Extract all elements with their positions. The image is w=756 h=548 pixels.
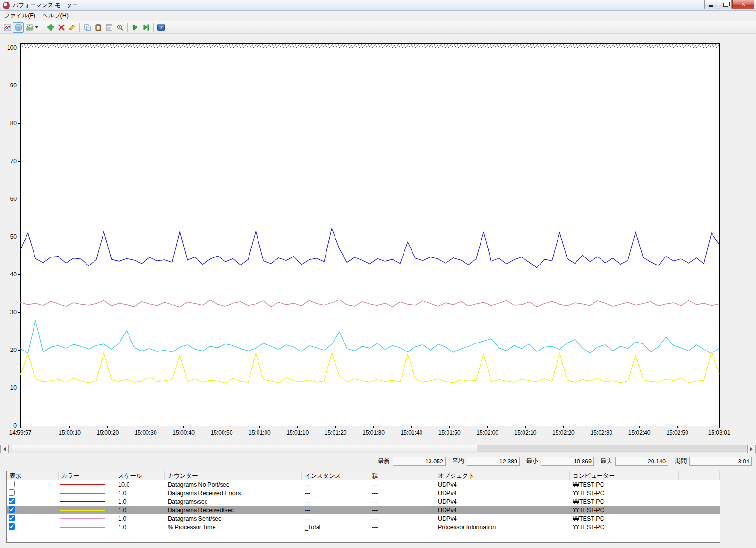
performance-monitor-window: パフォーマンス モニター ✕ ファイル(F) ヘルプ(H) xyxy=(0,0,756,548)
y-axis-tick-label: 30 xyxy=(10,309,17,316)
menu-file[interactable]: ファイル(F) xyxy=(0,10,39,21)
value-bar: 最新13.052平均12.389最小10.869最大20.140期間3:04 xyxy=(0,453,756,470)
column-header[interactable]: スケール xyxy=(115,471,165,480)
cell-parent: --- xyxy=(369,515,435,522)
add-counter-button[interactable] xyxy=(45,22,56,33)
properties-button[interactable] xyxy=(103,22,114,33)
counter-row[interactable]: 1.0Datagrams Sent/sec------UDPv4¥¥TEST-P… xyxy=(7,514,720,523)
close-icon: ✕ xyxy=(741,1,745,8)
x-axis-tick-label: 15:01:00 xyxy=(249,429,271,436)
highlight-button[interactable] xyxy=(67,22,77,33)
show-checkbox[interactable] xyxy=(9,481,15,487)
cell-parent: --- xyxy=(369,498,435,505)
column-header[interactable]: カラー xyxy=(59,471,115,480)
scroll-right-button[interactable] xyxy=(747,445,756,453)
log-data-icon xyxy=(15,24,22,31)
x-axis-tick-label: 15:02:00 xyxy=(476,429,498,436)
copy-icon xyxy=(84,24,91,31)
properties-icon xyxy=(105,24,113,31)
column-header[interactable]: カウンター xyxy=(165,471,302,480)
show-checkbox[interactable] xyxy=(9,489,15,496)
cell-instance: --- xyxy=(302,481,369,488)
stat-maximum: 最大20.140 xyxy=(601,457,668,466)
cell-parent: --- xyxy=(369,490,435,497)
counter-row[interactable]: 1.0Datagrams Received/sec------UDPv4¥¥TE… xyxy=(7,506,720,514)
close-button[interactable]: ✕ xyxy=(732,0,754,9)
window-title: パフォーマンス モニター xyxy=(13,1,704,9)
counter-row[interactable]: 1.0Datagrams/sec------UDPv4¥¥TEST-PC xyxy=(7,497,720,506)
play-icon xyxy=(131,24,139,31)
dropdown-arrow-icon[interactable] xyxy=(35,26,39,28)
stat-value-field: 13.052 xyxy=(393,457,446,466)
minimize-icon xyxy=(709,5,713,7)
counter-legend-table: 表示カラースケールカウンターインスタンス親オブジェクトコンピューター 10.0D… xyxy=(6,471,720,543)
scrollbar-track[interactable] xyxy=(477,445,747,452)
menu-help[interactable]: ヘルプ(H) xyxy=(39,10,72,21)
view-log-data-button[interactable] xyxy=(13,22,24,33)
toolbar-separator xyxy=(43,23,43,32)
show-checkbox[interactable] xyxy=(9,523,15,530)
toolbar-separator xyxy=(127,23,128,32)
cell-computer: ¥¥TEST-PC xyxy=(570,498,679,505)
cell-parent: --- xyxy=(369,507,435,514)
arrow-right-icon xyxy=(750,447,753,451)
counter-color-swatch xyxy=(60,518,105,519)
copy-properties-button[interactable] xyxy=(82,22,93,33)
cell-object: UDPv4 xyxy=(435,498,570,505)
cell-instance: --- xyxy=(302,490,369,497)
cell-counter: Datagrams/sec xyxy=(165,498,302,505)
cell-object: UDPv4 xyxy=(435,515,570,522)
restore-icon xyxy=(723,3,728,7)
counter-color-swatch xyxy=(60,493,105,494)
show-checkbox[interactable] xyxy=(9,498,15,504)
x-axis-tick-label: 15:01:20 xyxy=(325,429,347,436)
y-axis-tick-label: 70 xyxy=(10,158,17,164)
delete-icon xyxy=(58,24,65,31)
stat-average: 平均12.389 xyxy=(452,457,520,466)
y-axis-tick-label: 40 xyxy=(10,271,17,278)
cell-counter: % Processor Time xyxy=(165,524,302,531)
change-graph-type-button[interactable] xyxy=(24,22,34,33)
y-axis-tick-label: 10 xyxy=(10,385,17,391)
x-axis-tick-label: 15:02:50 xyxy=(666,429,688,436)
cell-object: UDPv4 xyxy=(435,481,570,488)
counter-row[interactable]: 1.0% Processor Time_Total---Processor In… xyxy=(7,523,720,531)
counter-row[interactable]: 1.0Datagrams Received Errors------UDPv4¥… xyxy=(7,489,720,497)
column-header[interactable]: コンピューター xyxy=(570,471,679,480)
column-header[interactable]: インスタンス xyxy=(302,471,369,480)
column-header[interactable]: 表示 xyxy=(7,471,59,480)
stat-value-field: 20.140 xyxy=(615,457,668,466)
delete-counter-button[interactable] xyxy=(56,22,67,33)
x-axis-tick-label: 14:59:57 xyxy=(9,429,32,436)
counter-row[interactable]: 10.0Datagrams No Port/sec------UDPv4¥¥TE… xyxy=(7,480,720,489)
restore-button[interactable] xyxy=(719,0,732,9)
play-button[interactable] xyxy=(129,22,140,33)
minimize-button[interactable] xyxy=(704,0,718,9)
y-axis-tick-label: 100 xyxy=(7,44,17,51)
paste-counter-list-button[interactable] xyxy=(93,22,103,33)
zoom-button[interactable] xyxy=(114,22,125,33)
cell-object: UDPv4 xyxy=(435,490,570,497)
cell-counter: Datagrams No Port/sec xyxy=(165,481,302,488)
show-checkbox[interactable] xyxy=(9,506,15,513)
scrollbar-thumb[interactable] xyxy=(12,445,477,453)
stat-label: 平均 xyxy=(452,457,464,465)
cell-scale: 1.0 xyxy=(115,507,165,514)
column-header[interactable]: 親 xyxy=(369,471,435,480)
column-header[interactable]: オブジェクト xyxy=(435,471,570,480)
column-header[interactable] xyxy=(679,471,720,480)
toolbar: ? xyxy=(0,21,756,34)
cell-scale: 1.0 xyxy=(115,490,165,497)
stat-label: 最新 xyxy=(378,457,390,465)
view-current-activity-button[interactable] xyxy=(2,22,13,33)
help-button[interactable]: ? xyxy=(155,22,166,33)
menubar: ファイル(F) ヘルプ(H) xyxy=(0,11,756,21)
scroll-left-button[interactable] xyxy=(0,445,9,453)
paste-icon xyxy=(94,24,102,31)
show-checkbox[interactable] xyxy=(9,515,15,521)
update-data-button[interactable] xyxy=(140,22,151,33)
x-axis-tick-label: 15:02:10 xyxy=(515,429,537,436)
performance-graph: 010203040506070809010014:59:5715:00:1015… xyxy=(0,34,756,445)
x-axis-tick-label: 15:02:30 xyxy=(590,429,612,436)
stat-latest: 最新13.052 xyxy=(378,457,446,466)
